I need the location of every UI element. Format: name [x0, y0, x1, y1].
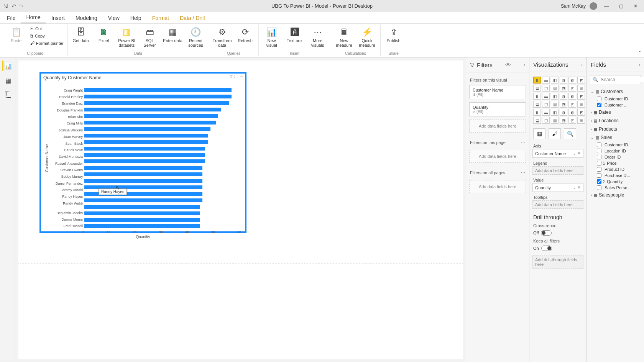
publish-button[interactable]: ⇪Publish — [383, 25, 404, 44]
viz-type-19[interactable]: ◫ — [542, 101, 550, 108]
viz-type-31[interactable]: ◫ — [542, 117, 550, 124]
fields-search[interactable]: 🔍 — [590, 75, 641, 84]
viz-type-29[interactable]: ◩ — [577, 109, 585, 116]
field-item[interactable]: Order ID — [597, 154, 641, 160]
viz-type-13[interactable]: ▬ — [542, 93, 550, 100]
filter-card-customer[interactable]: Customer Name is (All) — [469, 85, 526, 99]
viz-collapse[interactable]: › — [581, 62, 583, 67]
viz-type-17[interactable]: ◩ — [577, 93, 585, 100]
report-view-button[interactable]: 📊 — [2, 61, 13, 71]
viz-type-26[interactable]: ◧ — [551, 109, 559, 116]
visual-more-icon[interactable]: ⋯ — [240, 74, 243, 79]
filter-all-drop[interactable]: Add data fields here — [469, 180, 526, 193]
filter-page-drop[interactable]: Add data fields here — [469, 150, 526, 163]
format-painter-button[interactable]: 🖌Format painter — [28, 40, 65, 47]
visual-focus-icon[interactable]: ⛶ — [234, 74, 238, 79]
value-well[interactable]: Quantity⌄✕ — [532, 183, 583, 192]
viz-type-21[interactable]: ⬔ — [560, 101, 567, 108]
viz-type-23[interactable]: ⊞ — [577, 101, 585, 108]
user-name[interactable]: Sam McKay — [561, 3, 586, 9]
viz-type-9[interactable]: ⬔ — [560, 85, 567, 92]
more-visuals-button[interactable]: ⋯More visuals — [307, 25, 329, 48]
search-input[interactable] — [601, 77, 644, 82]
viz-type-30[interactable]: ⬓ — [533, 117, 541, 124]
excel-button[interactable]: 🗎Excel — [93, 25, 115, 44]
field-item[interactable]: Sales Perso... — [597, 185, 641, 191]
field-item[interactable]: ΣPrice — [597, 160, 641, 166]
viz-type-18[interactable]: ⬓ — [533, 101, 541, 108]
eye-icon[interactable]: 👁 — [505, 62, 511, 68]
viz-type-8[interactable]: ▤ — [551, 85, 559, 92]
viz-type-32[interactable]: ▤ — [551, 117, 559, 124]
table-sales[interactable]: ⌄▦Sales — [590, 133, 641, 142]
avatar[interactable] — [590, 2, 597, 10]
tab-home[interactable]: Home — [21, 12, 46, 23]
tab-file[interactable]: File — [2, 13, 21, 23]
fields-tab[interactable]: ▦ — [533, 128, 545, 139]
tab-help[interactable]: Help — [125, 13, 147, 23]
chevron-down-icon[interactable]: ⌄ — [573, 151, 577, 156]
data-view-button[interactable]: ▦ — [2, 75, 13, 86]
axis-well[interactable]: Customer Name⌄✕ — [532, 149, 583, 158]
field-item[interactable]: Location ID — [597, 148, 641, 154]
viz-type-27[interactable]: ◑ — [560, 109, 567, 116]
filter-card-quantity[interactable]: Quantity is (All) — [469, 102, 526, 116]
viz-type-10[interactable]: ◰ — [568, 85, 576, 92]
paste-button[interactable]: 📋 Paste — [5, 25, 27, 44]
field-item[interactable]: ΣQuantity — [597, 179, 641, 185]
enter-data-button[interactable]: ▦Enter data — [162, 25, 184, 44]
viz-type-16[interactable]: ◐ — [568, 93, 576, 100]
field-item[interactable]: Product ID — [597, 166, 641, 172]
more-icon[interactable]: ⋯ — [521, 140, 525, 145]
viz-type-2[interactable]: ◧ — [551, 77, 559, 84]
fields-collapse[interactable]: › — [639, 62, 640, 67]
tab-insert[interactable]: Insert — [46, 13, 70, 23]
more-icon[interactable]: ⋯ — [521, 170, 525, 175]
table-products[interactable]: ›▦Products — [590, 125, 641, 133]
field-item[interactable]: Customer ID — [597, 142, 641, 148]
viz-type-33[interactable]: ⬔ — [560, 117, 567, 124]
table-dates[interactable]: ›▦Dates — [590, 108, 641, 116]
viz-type-34[interactable]: ◰ — [568, 117, 576, 124]
viz-type-24[interactable]: ▮ — [533, 109, 541, 116]
viz-type-15[interactable]: ◑ — [560, 93, 567, 100]
refresh-button[interactable]: ⟳Refresh — [235, 25, 256, 44]
viz-type-7[interactable]: ◫ — [542, 85, 550, 92]
viz-type-28[interactable]: ◐ — [568, 109, 576, 116]
tab-data-drill[interactable]: Data / Drill — [174, 13, 210, 23]
analytics-tab[interactable]: 🔍 — [564, 128, 576, 139]
tab-modeling[interactable]: Modeling — [70, 13, 103, 23]
recent-sources-button[interactable]: 🕘Recent sources — [185, 25, 207, 48]
pbi-datasets-button[interactable]: ▥Power BI datasets — [116, 25, 138, 48]
get-data-button[interactable]: 🗄Get data — [70, 25, 92, 44]
sql-server-button[interactable]: 🗃SQL Server — [139, 25, 161, 48]
keep-filters-toggle[interactable] — [541, 246, 552, 251]
text-box-button[interactable]: 🅰Text box — [284, 25, 306, 44]
close-button[interactable]: ✕ — [630, 3, 641, 9]
cross-report-toggle[interactable] — [541, 230, 552, 236]
viz-type-25[interactable]: ▬ — [542, 109, 550, 116]
format-tab[interactable]: 🖌 — [549, 128, 561, 139]
viz-type-6[interactable]: ⬓ — [533, 85, 541, 92]
drill-through-well[interactable]: Add drill-through fields here — [532, 256, 583, 269]
quick-measure-button[interactable]: ⚡Quick measure — [356, 25, 378, 48]
report-canvas[interactable]: Quantity by Customer Name ▽ ⛶ ⋯ Customer… — [18, 61, 463, 359]
chevron-down-icon[interactable]: ⌄ — [573, 185, 577, 190]
remove-icon[interactable]: ✕ — [577, 151, 581, 156]
viz-type-22[interactable]: ◰ — [568, 101, 576, 108]
cut-button[interactable]: ✂Cut — [28, 25, 65, 32]
viz-type-5[interactable]: ◩ — [577, 77, 585, 84]
field-item[interactable]: Purchase D... — [597, 172, 641, 179]
copy-button[interactable]: ⧉Copy — [28, 33, 65, 39]
table-locations[interactable]: ›▦Locations — [590, 116, 641, 125]
table-customers[interactable]: ⌄▦Customers — [590, 87, 641, 96]
more-icon[interactable]: ⋯ — [521, 78, 525, 83]
tab-view[interactable]: View — [103, 13, 125, 23]
remove-icon[interactable]: ✕ — [577, 185, 581, 190]
undo-icon[interactable]: ↶ — [12, 3, 16, 9]
transform-data-button[interactable]: ⚙Transform data — [212, 25, 233, 48]
minimize-button[interactable]: — — [601, 3, 612, 9]
model-view-button[interactable]: ⿺ — [2, 90, 13, 100]
viz-type-1[interactable]: ▬ — [542, 77, 550, 84]
redo-icon[interactable]: ↷ — [19, 3, 24, 9]
